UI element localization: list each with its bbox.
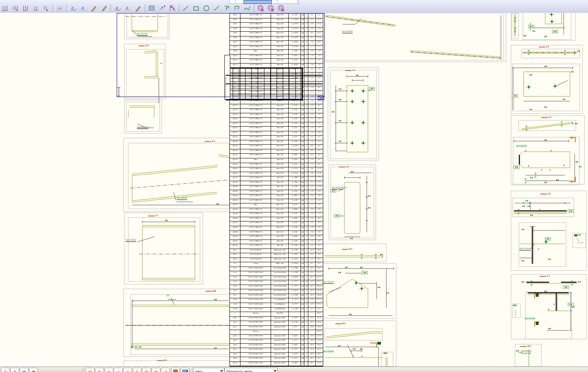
bom-row: Р-1Сетка5Вр1-100L=2500мм18.18.1	[230, 262, 323, 267]
circle-tool-icon[interactable]	[202, 3, 211, 13]
grid-icon[interactable]: ▦	[29, 368, 38, 372]
toolbar-separator	[66, 4, 67, 12]
snap-m-icon[interactable]: М	[86, 368, 95, 372]
bom-row: Дв-10СТО АСЧМ 20-93Двутавр 35Б1L=920мм23…	[230, 362, 323, 367]
bom-row: Гн-3ГОСТ 30245-2003Гн.[]120х120х4L=2970м…	[230, 276, 323, 281]
bom-row: АД-31ГОСТ 19903-74Лист δ10L=2200мм18.48.…	[230, 149, 323, 154]
note-text-red-icon[interactable]: a	[123, 3, 133, 13]
dimension-chain-icon[interactable]	[0, 3, 10, 13]
detail-label: Лист PL10=40	[519, 248, 531, 250]
view-plane-dropdown-value: Плоскость вида	[226, 370, 252, 372]
snap-buttons: МПОАХГЖЖ↗	[86, 368, 170, 372]
auto-dropdown[interactable]: Авто	[193, 368, 224, 372]
view-label: 2-2	[539, 46, 549, 48]
bottom-toolbar: ✗✗▣▦ МПОАХГЖЖ↗ Авто Плоскость вида	[0, 367, 588, 372]
bom-row: АД-6ГОСТ 19903-74Лист δ10L=2070мм28.316.…	[230, 36, 323, 41]
snap-p-icon[interactable]: П	[95, 368, 104, 372]
bom-row: Дв-3СТО АСЧМ 20-93Двутавр 25Б1L=727мм118…	[230, 326, 323, 330]
bom-row: АД-24ГОСТ 19903-74Лист δ8L=470мм23.26.4	[230, 118, 323, 122]
detail-label: Лист PL8=40	[524, 318, 535, 320]
bom-row: АД-34ГОСТ 19903-74Лист δ8L=470мм23.26.4	[230, 163, 323, 168]
delete-view-icon[interactable]	[256, 3, 266, 13]
delete-fragment-icon[interactable]	[266, 3, 276, 13]
view-label: 1Р-1	[520, 345, 532, 347]
snap-mid-icon[interactable]: Ж	[142, 368, 151, 372]
bom-row: АД-42ГОСТ 19903-74Лист δ8L=180мм21.32.6	[230, 199, 323, 204]
bom-row: АД-36ГОСТ 19903-74Лист δ10L=1210мм25.911…	[230, 172, 323, 177]
bom-row: Дв-6СТО АСЧМ 20-93Двутавр 30Б1L=920мм129…	[230, 344, 323, 348]
dimension-add-icon[interactable]	[41, 3, 51, 13]
bom-side-strip-text: Ведомость деталей отправки	[225, 55, 226, 98]
detail-label: Лист PL8=20	[126, 240, 136, 242]
bom-row: АД-3ГОСТ 19903-74Лист δ8L=1570мм26.813.6	[230, 23, 323, 27]
bom-row: АД-4ГОСТ 19903-74Лист δ8L=1570мм26.813.6	[230, 27, 323, 32]
bom-row: АД-22ГОСТ 19903-74Лист δ8L=320мм22.24.4	[230, 109, 323, 113]
view-label: Д-Д	[206, 290, 216, 292]
bom-table[interactable]: АД-1ГОСТ 19903-74Лист δ8L=200мм12.12.1АД…	[229, 13, 323, 367]
bom-row: АД-37ГОСТ 19903-74Лист δ8L=1980мм17.77.7	[230, 176, 323, 181]
detail-label: Лист PL8=20	[177, 198, 187, 200]
bom-row: АД-27ГОСТ 19903-74Лист δ8L=350мм22.44.8	[230, 131, 323, 136]
corner2-tool-icon[interactable]	[232, 3, 242, 13]
points-tool-icon[interactable]	[212, 3, 222, 13]
toolbar-separator	[145, 4, 145, 12]
leader-text-icon[interactable]: a	[69, 3, 78, 13]
tile-windows-icon[interactable]	[180, 368, 189, 372]
bom-row: Гн-7ГОСТ 30245-2003Гн.[]140х140х5L=1180м…	[230, 294, 323, 299]
view-plane-dropdown[interactable]: Плоскость вида	[224, 368, 278, 372]
bom-row: АД-30ГОСТ 19903-74Лист δ10L=2200мм18.48.…	[230, 145, 323, 149]
detail-label: Лист PL8=20	[137, 33, 147, 36]
view-label: Б-2	[342, 248, 352, 250]
new-doc-window-icon[interactable]	[171, 368, 180, 372]
snap-corner-icon[interactable]: Г	[133, 368, 142, 372]
dimension-chain-delete-icon[interactable]	[11, 3, 20, 13]
snap-off-icon[interactable]: Ж	[151, 368, 160, 372]
select-region-icon[interactable]	[55, 3, 65, 13]
bom-row: Дв-9СТО АСЧМ 20-93Двутавр 35Б1L=727мм128…	[230, 357, 323, 362]
bom-row: АД-50ГОСТ 19903-74Лист δ8L=990мм14.94.9	[230, 235, 323, 240]
detail-label: Лист PL8=20	[516, 145, 527, 147]
snap-a-icon[interactable]: А	[114, 368, 123, 372]
erase-aux-icon[interactable]: ✗	[1, 368, 10, 372]
svg-text:a: a	[71, 5, 74, 10]
dimension-branch-icon[interactable]	[21, 3, 31, 13]
erase-all-aux-icon[interactable]: ✗	[10, 368, 19, 372]
bom-row: Дв-7СТО АСЧМ 20-93Двутавр 30Б1L=727мм223…	[230, 348, 323, 353]
snap-o-icon[interactable]: О	[104, 368, 113, 372]
insert-view-icon[interactable]	[147, 3, 157, 13]
drawing-canvas[interactable]: АД-1ГОСТ 19903-74Лист δ8L=200мм12.12.1АД…	[0, 13, 588, 367]
bom-row: АД-9ЛистЛист δ8L=780мм23.97.8	[230, 50, 323, 54]
flag-edit-icon[interactable]	[167, 3, 177, 13]
bom-row: АД-26ГОСТ 19903-74Лист δ8L=220мм11.51.5	[230, 127, 323, 131]
edit-style-icon[interactable]	[89, 3, 99, 13]
bom-row: АД-5ГОСТ 19903-74Лист δ10L=2070мм28.316.…	[230, 32, 323, 36]
bom-row: АД-35ГОСТ 19903-74Лист δ10L=1210мм25.911…	[230, 167, 323, 172]
screen-refresh-icon[interactable]: ▣	[20, 368, 29, 372]
bom-row: Дв-5СТО АСЧМ 20-93Двутавр 25Б1L=727мм218…	[230, 339, 323, 344]
delete-annotation-icon[interactable]	[277, 3, 286, 13]
view-label: Г-Г	[148, 215, 158, 217]
toolbar-separator	[179, 4, 179, 12]
view-label: 1-1	[345, 69, 355, 71]
snap-x-icon[interactable]: Х	[123, 368, 132, 372]
note-text-icon[interactable]: a	[79, 3, 89, 13]
line-tool-icon[interactable]	[181, 3, 191, 13]
edit-style-red-icon[interactable]	[133, 3, 143, 13]
bom-row: Гн-5ГОСТ 30245-2003Гн.[]120х120х4L=727мм…	[230, 285, 323, 290]
rectangle-tool-icon[interactable]	[191, 3, 201, 13]
bom-row: АД-44ГОСТ 19903-74Лист δ10L=990мм14.94.9	[230, 208, 323, 213]
bom-row: АД-38ГОСТ 19903-74Лист δ8L=290мм12.12.1	[230, 181, 323, 186]
bom-row: Гн-8ГОСТ 30245-2003Гн.[]80х80х4L=727мм46…	[230, 298, 323, 303]
window-fragment-blue-box	[244, 0, 272, 4]
corner-tool-icon[interactable]	[222, 3, 232, 13]
bottom-left-buttons: ✗✗▣▦	[1, 368, 38, 372]
toolbar-separator	[53, 4, 53, 12]
edit-curve-icon[interactable]	[99, 3, 109, 13]
dimension-pair-icon[interactable]	[31, 3, 41, 13]
move-dimension-icon[interactable]	[157, 3, 167, 13]
view-label: В-2	[335, 323, 346, 325]
spline-tool-icon[interactable]	[242, 3, 252, 13]
leader-text-red-icon[interactable]: a	[113, 3, 123, 13]
view-label: 1-2	[339, 166, 349, 168]
snap-curve-icon[interactable]: ↗	[161, 368, 170, 372]
